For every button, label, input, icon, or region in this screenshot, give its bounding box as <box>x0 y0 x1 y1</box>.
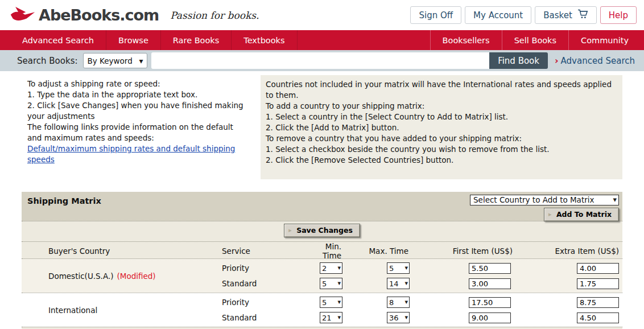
nav-item-advanced-search[interactable]: Advanced Search <box>10 30 106 50</box>
find-book-button[interactable]: Find Book <box>489 52 548 69</box>
search-type-select[interactable]: By Keyword <box>83 53 147 68</box>
shipping-matrix-section: Shipping Matrix Select Country to Add to… <box>22 192 622 329</box>
abebooks-logo[interactable]: AbeBooks.com <box>10 6 159 25</box>
nav-item-community[interactable]: Community <box>568 30 641 50</box>
search-bar: Search Books: By Keyword Find Book › Adv… <box>0 50 644 71</box>
modified-flag: (Modified) <box>117 272 155 281</box>
max-time-select-wrapper: 36 <box>387 312 410 323</box>
nav-item-rare-books[interactable]: Rare Books <box>161 30 232 50</box>
matrix-table-header: Buyer's Country Service Min. Time Max. T… <box>22 241 622 258</box>
remove-step-1: 1. Select a checkbox beside the country … <box>266 144 613 155</box>
button-arrow-icon: ▸ <box>548 211 552 218</box>
nav-right-group: Booksellers Sell Books Community <box>430 30 644 50</box>
matrix-controls: Select Country to Add to Matrix ▸ Add To… <box>470 194 619 221</box>
extra-item-input[interactable] <box>577 312 619 323</box>
min-time-select-wrapper: 21 <box>320 312 342 323</box>
instructions-left-column: To adjust a shipping rate or speed: 1. T… <box>22 75 261 179</box>
brand-tagline: Passion for books. <box>170 10 259 21</box>
add-step-1: 1. Select a country in the [Select Count… <box>266 112 613 122</box>
default-rates-link[interactable]: Default/maximum shipping rates and defau… <box>27 143 248 165</box>
shipping-matrix-header: Shipping Matrix Select Country to Add to… <box>22 192 622 221</box>
save-changes-row: ▸ Save Changes <box>22 221 622 241</box>
add-to-matrix-button[interactable]: ▸ Add To Matrix <box>544 208 619 221</box>
nav-left-group: Advanced Search Browse Rare Books Textbo… <box>10 30 298 50</box>
basket-cart-icon <box>577 9 588 21</box>
extra-item-input[interactable] <box>577 297 619 308</box>
country-select-wrapper: Select Country to Add to Matrix <box>470 194 619 205</box>
page: AbeBooks.com Passion for books. Sign Off… <box>0 0 644 329</box>
min-time-select-wrapper: 5 <box>320 278 342 289</box>
basket-label: Basket <box>543 10 572 20</box>
instructions-right-column: Countries not included in your matrix wi… <box>261 75 622 179</box>
extra-item-input[interactable] <box>577 263 619 274</box>
add-title: To add a country to your shipping matrix… <box>266 101 613 112</box>
save-changes-label: Save Changes <box>296 226 353 235</box>
min-time-select[interactable]: 5 <box>320 278 342 289</box>
remove-title: To remove a country that you have added … <box>266 133 613 144</box>
button-arrow-icon: ▸ <box>288 227 292 234</box>
sign-off-button[interactable]: Sign Off <box>410 6 461 24</box>
main-nav: Advanced Search Browse Rare Books Textbo… <box>0 30 644 50</box>
max-time-select[interactable]: 14 <box>387 278 410 289</box>
table-row-international: International Priority Standard 5 21 8 3… <box>22 293 622 327</box>
service-name: Priority <box>222 297 307 308</box>
divider <box>0 71 644 75</box>
adjust-step-1: 1. Type the data in the appropriate text… <box>27 89 248 100</box>
header-extra-item: Extra Item (US$) <box>535 246 622 256</box>
basket-button[interactable]: Basket <box>535 6 597 24</box>
max-time-select[interactable]: 8 <box>387 297 410 308</box>
service-name: Standard <box>222 312 307 323</box>
chevron-right-icon: › <box>555 55 559 66</box>
max-time-select[interactable]: 36 <box>387 312 410 323</box>
min-time-select[interactable]: 2 <box>320 262 342 274</box>
matrix-intro: Countries not included in your matrix wi… <box>266 79 613 101</box>
header-min-time: Min. Time <box>307 242 364 260</box>
min-time-select[interactable]: 21 <box>320 312 342 323</box>
nav-item-sell-books[interactable]: Sell Books <box>502 30 568 50</box>
min-time-select-wrapper: 2 <box>320 262 342 274</box>
search-label: Search Books: <box>17 56 78 66</box>
advanced-search-link[interactable]: › Advanced Search <box>555 55 635 66</box>
section-title: Shipping Matrix <box>27 194 101 205</box>
advanced-search-label: Advanced Search <box>561 56 635 66</box>
max-time-select[interactable]: 5 <box>387 262 410 274</box>
nav-item-browse[interactable]: Browse <box>106 30 161 50</box>
help-button[interactable]: Help <box>600 6 637 24</box>
first-item-input[interactable] <box>469 312 511 323</box>
abebooks-bird-icon <box>10 6 35 25</box>
brand-name: AbeBooks.com <box>39 6 159 24</box>
next-row-cutoff <box>22 327 622 329</box>
adjust-step-2: 2. Click [Save Changes] when you have fi… <box>27 100 248 122</box>
add-step-2: 2. Click the [Add to Matrix] button. <box>266 122 613 133</box>
max-time-select-wrapper: 8 <box>387 297 410 308</box>
first-item-input[interactable] <box>469 263 511 274</box>
first-item-input[interactable] <box>469 278 511 289</box>
links-intro: The following links provide information … <box>27 122 248 143</box>
max-time-select-wrapper: 5 <box>387 262 410 274</box>
header-max-time: Max. Time <box>364 246 432 256</box>
country-name: International <box>48 306 97 315</box>
service-name: Standard <box>222 278 307 289</box>
adjust-title: To adjust a shipping rate or speed: <box>27 79 248 89</box>
max-time-select-wrapper: 14 <box>387 278 410 289</box>
country-name: Domestic(U.S.A.) <box>48 272 113 281</box>
instructions-section: To adjust a shipping rate or speed: 1. T… <box>22 75 622 179</box>
extra-item-input[interactable] <box>577 278 619 289</box>
min-time-select[interactable]: 5 <box>320 297 342 308</box>
add-to-matrix-label: Add To Matrix <box>556 210 612 219</box>
service-name: Priority <box>222 262 307 274</box>
top-header: AbeBooks.com Passion for books. Sign Off… <box>0 0 644 30</box>
nav-item-booksellers[interactable]: Booksellers <box>430 30 502 50</box>
search-input[interactable] <box>151 52 490 69</box>
header-buyers-country: Buyer's Country <box>22 246 222 256</box>
header-service: Service <box>222 246 307 256</box>
save-changes-button[interactable]: ▸ Save Changes <box>284 224 360 237</box>
min-time-select-wrapper: 5 <box>320 297 342 308</box>
header-first-item: First Item (US$) <box>432 246 535 256</box>
add-country-select[interactable]: Select Country to Add to Matrix <box>470 195 619 205</box>
header-buttons: Sign Off My Account Basket Help <box>410 6 637 24</box>
nav-item-textbooks[interactable]: Textbooks <box>232 30 297 50</box>
remove-step-2: 2. Click the [Remove Selected Countries]… <box>266 155 613 166</box>
first-item-input[interactable] <box>469 297 511 308</box>
my-account-button[interactable]: My Account <box>465 6 531 24</box>
